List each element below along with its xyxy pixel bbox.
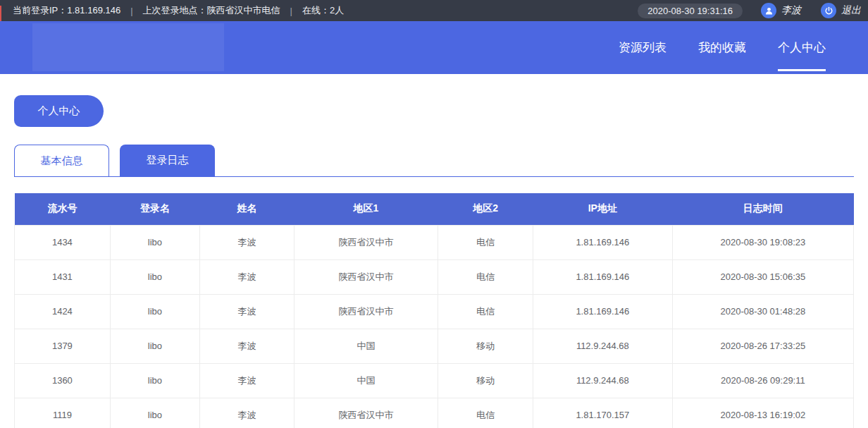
table-header: 流水号 登录名 姓名 地区1 地区2 IP地址 日志时间 (15, 193, 854, 225)
table-cell: libo (110, 329, 199, 363)
nav-item-resource-list[interactable]: 资源列表 (619, 21, 666, 74)
table-row: 1119libo李波陕西省汉中市电信1.81.170.1572020-08-13… (15, 398, 854, 428)
table-cell: 李波 (200, 329, 294, 363)
table-cell: 陕西省汉中市 (294, 398, 438, 428)
table-cell: 陕西省汉中市 (294, 294, 438, 329)
logo-placeholder (32, 23, 224, 71)
table-cell: 1360 (15, 363, 111, 398)
table-cell: 电信 (438, 294, 533, 329)
col-header-ip: IP地址 (533, 193, 673, 225)
tab-login-log[interactable]: 登录日志 (120, 145, 215, 176)
table-cell: 1119 (15, 398, 111, 428)
main-header: 资源列表 我的收藏 个人中心 (0, 21, 868, 74)
table-cell: libo (110, 225, 199, 259)
table-cell: 2020-08-30 19:08:23 (672, 225, 853, 259)
login-log-table: 流水号 登录名 姓名 地区1 地区2 IP地址 日志时间 1434libo李波陕… (14, 193, 854, 428)
table-cell: 陕西省汉中市 (294, 259, 438, 294)
table-row: 1360libo李波中国移动112.9.244.682020-08-26 09:… (15, 363, 854, 398)
table-cell: 移动 (438, 329, 533, 363)
separator: | (130, 6, 132, 16)
page-title-badge: 个人中心 (14, 95, 104, 127)
separator: | (290, 6, 292, 16)
table-cell: 1.81.169.146 (533, 225, 673, 259)
tab-basic-info[interactable]: 基本信息 (14, 145, 109, 176)
col-header-log-time: 日志时间 (672, 193, 853, 225)
table-cell: 112.9.244.68 (533, 329, 673, 363)
online-count-text: 在线：2人 (302, 4, 344, 17)
table-cell: 李波 (200, 259, 294, 294)
table-cell: 李波 (200, 225, 294, 259)
table-row: 1431libo李波陕西省汉中市电信1.81.169.1462020-08-30… (15, 259, 854, 294)
nav-item-personal-center[interactable]: 个人中心 (778, 21, 826, 74)
table-cell: 112.9.244.68 (533, 363, 673, 398)
table-cell: 1.81.169.146 (533, 294, 673, 329)
table-cell: 2020-08-13 16:19:02 (672, 398, 853, 428)
top-status-bar: 当前登录IP：1.81.169.146 | 上次登录地点：陕西省汉中市电信 | … (0, 0, 868, 21)
table-cell: libo (110, 398, 199, 428)
table-cell: 电信 (438, 398, 533, 428)
col-header-serial: 流水号 (15, 193, 111, 225)
table-cell: 电信 (438, 225, 533, 259)
table-cell: 1434 (15, 225, 111, 259)
user-session-controls: 2020-08-30 19:31:16 李波 退出 (638, 3, 862, 18)
table-cell: 1.81.170.157 (533, 398, 673, 428)
table-cell: libo (110, 259, 199, 294)
session-info: 当前登录IP：1.81.169.146 | 上次登录地点：陕西省汉中市电信 | … (13, 4, 344, 17)
logout-link[interactable]: 退出 (841, 4, 861, 17)
table-cell: 2020-08-30 15:06:35 (672, 259, 853, 294)
table-cell: 李波 (200, 294, 294, 329)
table-cell: 李波 (200, 398, 294, 428)
col-header-region2: 地区2 (438, 193, 533, 225)
nav-item-my-favorites[interactable]: 我的收藏 (698, 21, 746, 74)
table-cell: 陕西省汉中市 (294, 225, 438, 259)
username-link[interactable]: 李波 (781, 4, 801, 17)
col-header-name: 姓名 (200, 193, 294, 225)
table-cell: libo (110, 363, 199, 398)
red-accent-stripe (0, 6, 1, 21)
table-cell: 电信 (438, 259, 533, 294)
table-cell: 1.81.169.146 (533, 259, 673, 294)
table-row: 1434libo李波陕西省汉中市电信1.81.169.1462020-08-30… (15, 225, 854, 259)
table-row: 1379libo李波中国移动112.9.244.682020-08-26 17:… (15, 329, 854, 363)
tab-bar: 基本信息 登录日志 (14, 145, 854, 177)
page-content: 个人中心 基本信息 登录日志 流水号 登录名 姓名 地区1 地区2 IP地址 日… (0, 95, 868, 428)
table-cell: 中国 (294, 363, 438, 398)
table-cell: 1431 (15, 259, 111, 294)
col-header-login-name: 登录名 (110, 193, 199, 225)
last-login-location-text: 上次登录地点：陕西省汉中市电信 (143, 4, 280, 17)
table-cell: 中国 (294, 329, 438, 363)
table-cell: libo (110, 294, 199, 329)
user-icon (761, 3, 776, 18)
col-header-region1: 地区1 (294, 193, 438, 225)
power-icon[interactable] (821, 3, 836, 18)
main-nav: 资源列表 我的收藏 个人中心 (619, 21, 826, 74)
table-cell: 李波 (200, 363, 294, 398)
table-cell: 2020-08-26 17:33:25 (672, 329, 853, 363)
table-cell: 移动 (438, 363, 533, 398)
table-cell: 2020-08-30 01:48:28 (672, 294, 853, 329)
login-time-badge: 2020-08-30 19:31:16 (638, 4, 743, 18)
table-body: 1434libo李波陕西省汉中市电信1.81.169.1462020-08-30… (15, 225, 854, 428)
table-cell: 1424 (15, 294, 111, 329)
table-cell: 1379 (15, 329, 111, 363)
current-ip-text: 当前登录IP：1.81.169.146 (13, 4, 120, 17)
table-row: 1424libo李波陕西省汉中市电信1.81.169.1462020-08-30… (15, 294, 854, 329)
table-cell: 2020-08-26 09:29:11 (672, 363, 853, 398)
